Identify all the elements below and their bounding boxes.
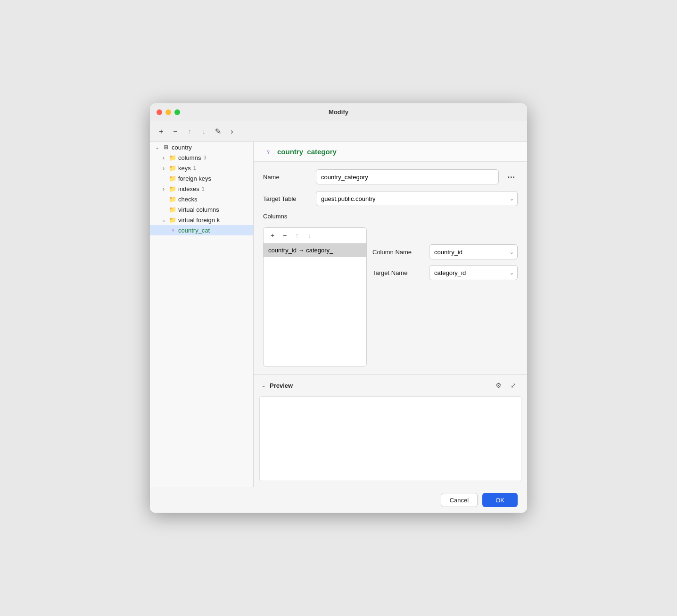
column-name-label: Column Name: [372, 249, 424, 256]
detail-panel: ♀ country_category Name ⋯ Target Table g…: [254, 142, 527, 487]
preview-label: Preview: [270, 382, 293, 389]
no-chevron: [160, 206, 167, 213]
preview-settings-button[interactable]: ⚙: [492, 379, 504, 391]
remove-button[interactable]: −: [169, 125, 182, 138]
target-name-select[interactable]: category_id: [429, 265, 518, 280]
target-name-row: Target Name category_id ⌄: [372, 265, 518, 280]
minimize-button[interactable]: [165, 109, 171, 115]
table-icon: ⊞: [162, 143, 170, 151]
target-table-row: Target Table guest.public.country ⌄: [263, 191, 518, 206]
folder-purple-icon: 📁: [169, 206, 176, 213]
detail-header: ♀ country_category: [254, 142, 527, 162]
foreign-keys-label: foreign keys: [178, 175, 211, 182]
detail-header-title: country_category: [277, 148, 337, 156]
titlebar: Modify: [150, 103, 527, 121]
name-label: Name: [263, 174, 310, 181]
chevron-down-icon: [160, 216, 167, 223]
col-up-button[interactable]: ↑: [292, 230, 302, 241]
col-add-button[interactable]: +: [267, 230, 278, 241]
preview-actions: ⚙ ⤢: [492, 379, 520, 391]
no-chevron: [160, 196, 167, 202]
sidebar-item-virtual-columns[interactable]: 📁 virtual columns: [150, 204, 253, 215]
columns-label: columns: [178, 154, 201, 161]
maximize-button[interactable]: [174, 109, 180, 115]
folder-purple-icon: 📁: [169, 216, 176, 224]
close-button[interactable]: [157, 109, 162, 115]
ok-button[interactable]: OK: [482, 493, 518, 507]
columns-toolbar: + − ↑ ↓: [264, 228, 366, 243]
more-options-button[interactable]: ⋯: [504, 170, 518, 183]
col-down-button[interactable]: ↓: [304, 230, 314, 241]
column-name-select-wrapper: country_id ⌄: [429, 244, 518, 259]
traffic-lights: [157, 109, 180, 115]
form-area: Name ⋯ Target Table guest.public.country…: [254, 162, 527, 227]
sidebar-item-checks[interactable]: 📁 checks: [150, 194, 253, 204]
sidebar-item-country-category[interactable]: ♀ country_cat: [150, 225, 253, 235]
sidebar-item-indexes[interactable]: 📁 indexes 1: [150, 183, 253, 194]
chevron-right-icon: [160, 154, 167, 161]
virtual-foreign-keys-label: virtual foreign k: [178, 216, 220, 224]
virtual-columns-label: virtual columns: [178, 206, 219, 213]
target-name-select-wrapper: category_id ⌄: [429, 265, 518, 280]
name-input[interactable]: [316, 169, 499, 184]
chevron-right-icon: [160, 165, 167, 171]
sidebar-item-foreign-keys[interactable]: 📁 foreign keys: [150, 173, 253, 183]
key-icon: ♀: [169, 226, 177, 234]
target-table-select-wrapper: guest.public.country ⌄: [316, 191, 518, 206]
indexes-badge: 1: [202, 186, 205, 191]
checks-label: checks: [178, 196, 197, 203]
columns-badge: 3: [203, 155, 206, 160]
toolbar: + − ↑ ↓ ✎ ›: [150, 121, 527, 142]
country-label: country: [172, 144, 192, 151]
column-name-row: Column Name country_id ⌄: [372, 244, 518, 259]
add-button[interactable]: +: [155, 125, 168, 138]
columns-header-row: Columns: [263, 213, 518, 220]
sidebar-item-country[interactable]: ⊞ country: [150, 142, 253, 152]
target-table-select[interactable]: guest.public.country: [316, 191, 518, 206]
folder-icon: 📁: [169, 154, 176, 161]
no-chevron: [160, 175, 167, 182]
move-up-button[interactable]: ↑: [183, 125, 196, 138]
chevron-down-icon: [154, 144, 160, 150]
main-window: Modify + − ↑ ↓ ✎ › ⊞ country 📁 columns 3: [150, 103, 527, 513]
country-category-label: country_cat: [178, 227, 210, 234]
sidebar-item-columns[interactable]: 📁 columns 3: [150, 152, 253, 163]
keys-label: keys: [178, 165, 191, 172]
columns-props: Column Name country_id ⌄ Target Name: [372, 227, 518, 366]
preview-header[interactable]: ⌄ Preview ⚙ ⤢: [254, 375, 527, 396]
detail-key-icon: ♀: [264, 148, 272, 156]
main-content: ⊞ country 📁 columns 3 📁 keys 1 📁 fo: [150, 142, 527, 487]
keys-badge: 1: [193, 165, 196, 171]
target-table-label: Target Table: [263, 195, 310, 202]
sidebar-item-virtual-foreign-keys[interactable]: 📁 virtual foreign k: [150, 215, 253, 225]
preview-section: ⌄ Preview ⚙ ⤢: [254, 374, 527, 487]
target-name-label: Target Name: [372, 269, 424, 276]
sidebar-item-keys[interactable]: 📁 keys 1: [150, 163, 253, 173]
footer: Cancel OK: [150, 487, 527, 513]
move-down-button[interactable]: ↓: [197, 125, 210, 138]
name-row: Name ⋯: [263, 169, 518, 184]
cancel-button[interactable]: Cancel: [441, 493, 478, 507]
columns-list: country_id → category_: [264, 243, 366, 366]
column-name-select[interactable]: country_id: [429, 244, 518, 259]
chevron-right-icon: [160, 185, 167, 192]
expand-button[interactable]: ›: [225, 125, 239, 138]
preview-body: [259, 396, 521, 481]
folder-icon: 📁: [169, 195, 176, 203]
edit-button[interactable]: ✎: [211, 125, 224, 138]
folder-icon: 📁: [169, 164, 176, 172]
folder-icon: 📁: [169, 175, 176, 182]
columns-editor: + − ↑ ↓ country_id → category_: [263, 227, 518, 366]
indexes-label: indexes: [178, 185, 199, 192]
column-mapping-item[interactable]: country_id → category_: [264, 243, 366, 257]
col-remove-button[interactable]: −: [280, 230, 290, 241]
columns-list-panel: + − ↑ ↓ country_id → category_: [263, 227, 367, 366]
sidebar: ⊞ country 📁 columns 3 📁 keys 1 📁 fo: [150, 142, 254, 487]
folder-icon: 📁: [169, 185, 176, 192]
window-title: Modify: [329, 108, 348, 116]
preview-expand-button[interactable]: ⤢: [507, 379, 520, 391]
columns-section-label: Columns: [263, 213, 310, 220]
columns-section: + − ↑ ↓ country_id → category_: [254, 227, 527, 374]
preview-chevron-icon: ⌄: [261, 382, 266, 389]
preview-header-left: ⌄ Preview: [261, 382, 293, 389]
